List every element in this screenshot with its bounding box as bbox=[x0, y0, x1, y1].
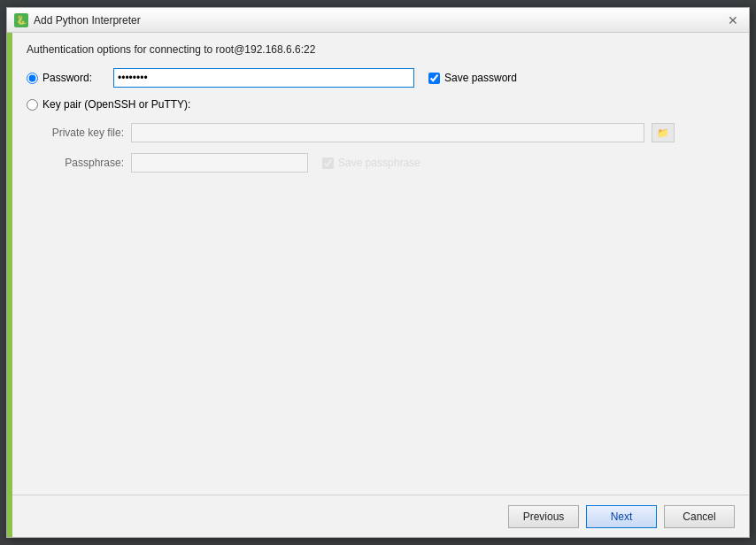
close-button[interactable]: ✕ bbox=[724, 12, 742, 29]
password-radio-label[interactable]: Password: bbox=[27, 72, 106, 84]
next-button[interactable]: Next bbox=[586, 505, 657, 528]
passphrase-input bbox=[131, 153, 308, 173]
private-key-label: Private key file: bbox=[44, 127, 124, 139]
keypair-row: Key pair (OpenSSH or PuTTY): bbox=[27, 98, 735, 111]
dialog-content: Authentication options for connecting to… bbox=[7, 33, 749, 495]
dialog-title: Add Python Interpreter bbox=[34, 14, 141, 27]
save-password-checkbox[interactable] bbox=[428, 73, 440, 84]
title-bar-left: 🐍 Add Python Interpreter bbox=[14, 13, 141, 27]
password-input[interactable] bbox=[113, 68, 414, 88]
subtitle-text: Authentication options for connecting to… bbox=[27, 43, 735, 56]
dialog: 🐍 Add Python Interpreter ✕ Authenticatio… bbox=[6, 7, 750, 538]
password-label: Password: bbox=[42, 72, 92, 84]
passphrase-row: Passphrase: Save passphrase bbox=[44, 153, 735, 173]
empty-area bbox=[27, 173, 735, 484]
save-passphrase-label: Save passphrase bbox=[338, 157, 420, 169]
browse-button: 📁 bbox=[652, 123, 675, 142]
password-radio[interactable] bbox=[27, 73, 38, 84]
python-icon: 🐍 bbox=[14, 13, 28, 27]
private-key-input bbox=[131, 123, 644, 142]
auth-form: Password: Save password Key pair (OpenSS… bbox=[27, 68, 735, 173]
title-bar: 🐍 Add Python Interpreter ✕ bbox=[7, 8, 749, 33]
save-passphrase-row: Save passphrase bbox=[322, 157, 420, 169]
passphrase-label: Passphrase: bbox=[44, 157, 124, 169]
save-passphrase-checkbox bbox=[322, 157, 334, 169]
password-row: Password: Save password bbox=[27, 68, 735, 88]
previous-button[interactable]: Previous bbox=[508, 505, 579, 528]
keypair-radio-label[interactable]: Key pair (OpenSSH or PuTTY): bbox=[27, 98, 204, 111]
keypair-label: Key pair (OpenSSH or PuTTY): bbox=[42, 98, 190, 111]
dialog-footer: Previous Next Cancel bbox=[7, 495, 749, 537]
save-password-row: Save password bbox=[428, 72, 517, 84]
keypair-radio[interactable] bbox=[27, 99, 38, 111]
cancel-button[interactable]: Cancel bbox=[664, 505, 735, 528]
private-key-row: Private key file: 📁 bbox=[44, 123, 735, 142]
folder-icon: 📁 bbox=[657, 127, 669, 139]
left-accent-bar bbox=[7, 33, 12, 537]
save-password-label[interactable]: Save password bbox=[444, 72, 517, 84]
